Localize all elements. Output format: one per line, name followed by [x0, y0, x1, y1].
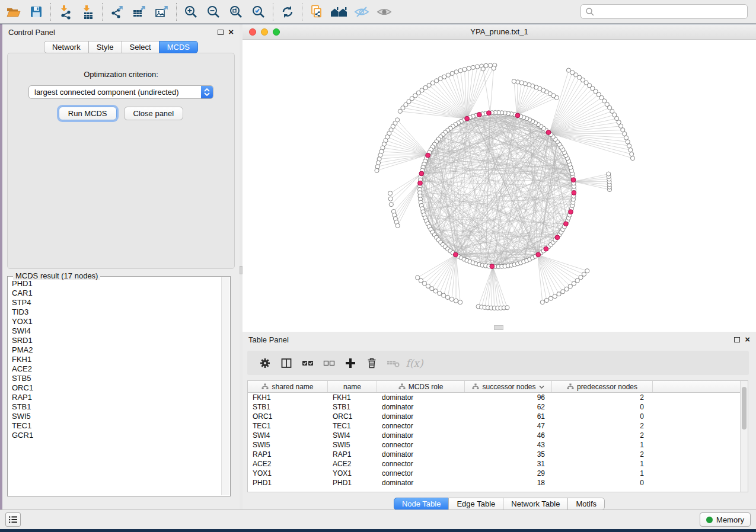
network-window-titlebar[interactable]: YPA_prune.txt_1: [243, 24, 756, 40]
cell-successor-nodes[interactable]: 62: [465, 403, 552, 411]
show-column-button[interactable]: [276, 353, 297, 373]
tab-edge-table[interactable]: Edge Table: [448, 498, 503, 510]
cell-predecessor-nodes[interactable]: 2: [552, 450, 653, 459]
table-row[interactable]: PHD1PHD1dominator180: [248, 478, 748, 488]
cell-name[interactable]: RAP1: [328, 450, 377, 459]
mcds-result-item[interactable]: TEC1: [8, 421, 221, 431]
cell-shared-name[interactable]: ACE2: [248, 460, 328, 468]
tab-network-table[interactable]: Network Table: [503, 498, 568, 510]
cell-predecessor-nodes[interactable]: 0: [552, 412, 653, 421]
delete-column-button[interactable]: [361, 353, 382, 373]
import-table-button[interactable]: [76, 2, 99, 22]
clone-network-button[interactable]: [305, 2, 328, 22]
column-header-successor-nodes[interactable]: successor nodes: [465, 381, 552, 392]
close-panel-icon[interactable]: ×: [745, 336, 750, 342]
close-panel-button[interactable]: Close panel: [124, 107, 184, 120]
cell-name[interactable]: PHD1: [328, 479, 377, 487]
column-header-name[interactable]: name: [328, 381, 377, 392]
column-header-predecessor-nodes[interactable]: predecessor nodes: [552, 381, 653, 392]
mcds-result-list[interactable]: PHD1CAR1STP4TID3YOX1SWI4SRD1PMA2FKH1ACE2…: [8, 279, 221, 495]
cell-predecessor-nodes[interactable]: 1: [552, 469, 653, 477]
cell-successor-nodes[interactable]: 43: [465, 441, 552, 449]
table-row[interactable]: FKH1FKH1dominator962: [248, 393, 748, 402]
cell-name[interactable]: YOX1: [328, 469, 377, 477]
mcds-result-item[interactable]: PHD1: [8, 279, 221, 289]
export-network-button[interactable]: [106, 2, 128, 22]
cell-MCDS-role[interactable]: dominator: [377, 393, 465, 402]
hide-selected-button[interactable]: [350, 2, 373, 22]
cell-successor-nodes[interactable]: 29: [465, 469, 552, 477]
cell-shared-name[interactable]: RAP1: [248, 450, 328, 459]
mcds-result-item[interactable]: STP4: [8, 298, 221, 307]
zoom-in-button[interactable]: [180, 2, 202, 22]
table-scrollbar[interactable]: [740, 381, 748, 492]
cell-shared-name[interactable]: TEC1: [248, 422, 328, 430]
network-canvas[interactable]: [243, 40, 756, 331]
cell-name[interactable]: SWI4: [328, 431, 377, 440]
float-panel-icon[interactable]: [218, 30, 224, 35]
cell-shared-name[interactable]: FKH1: [248, 393, 328, 402]
save-session-button[interactable]: [25, 2, 47, 22]
export-image-button[interactable]: [151, 2, 173, 22]
cell-successor-nodes[interactable]: 18: [465, 479, 552, 487]
cell-name[interactable]: ORC1: [328, 412, 377, 421]
run-mcds-button[interactable]: Run MCDS: [59, 107, 117, 120]
cell-MCDS-role[interactable]: connector: [377, 422, 465, 430]
cell-successor-nodes[interactable]: 47: [465, 422, 552, 430]
cell-successor-nodes[interactable]: 46: [465, 431, 552, 440]
tab-motifs[interactable]: Motifs: [567, 498, 605, 510]
cell-successor-nodes[interactable]: 35: [465, 450, 552, 459]
mcds-result-item[interactable]: ORC1: [8, 383, 221, 393]
cell-successor-nodes[interactable]: 96: [465, 393, 552, 402]
table-row[interactable]: ORC1ORC1dominator610: [248, 412, 748, 421]
mcds-result-item[interactable]: RAP1: [8, 393, 221, 402]
table-row[interactable]: YOX1YOX1connector291: [248, 469, 748, 478]
cell-MCDS-role[interactable]: dominator: [377, 479, 465, 487]
tab-mcds[interactable]: MCDS: [159, 41, 198, 53]
cell-MCDS-role[interactable]: dominator: [377, 412, 465, 421]
cell-name[interactable]: TEC1: [328, 422, 377, 430]
table-row[interactable]: TEC1TEC1connector472: [248, 421, 748, 431]
cell-predecessor-nodes[interactable]: 2: [552, 431, 653, 440]
cell-name[interactable]: FKH1: [328, 393, 377, 402]
column-header-shared-name[interactable]: shared name: [248, 381, 328, 392]
cell-shared-name[interactable]: PHD1: [248, 479, 328, 487]
memory-button[interactable]: Memory: [700, 512, 751, 527]
table-row[interactable]: RAP1RAP1dominator352: [248, 450, 748, 459]
first-neighbors-button[interactable]: [328, 2, 350, 22]
mcds-result-item[interactable]: SWI4: [8, 326, 221, 336]
mcds-result-item[interactable]: CAR1: [8, 289, 221, 298]
mcds-result-item[interactable]: ACE2: [8, 364, 221, 374]
zoom-fit-button[interactable]: [225, 2, 247, 22]
cell-name[interactable]: SWI5: [328, 441, 377, 449]
mcds-result-scrollbar[interactable]: [221, 277, 229, 495]
mcds-result-item[interactable]: STB1: [8, 402, 221, 412]
cell-MCDS-role[interactable]: dominator: [377, 431, 465, 440]
mcds-result-item[interactable]: YOX1: [8, 317, 221, 326]
tab-network[interactable]: Network: [44, 41, 89, 53]
select-all-button[interactable]: [297, 353, 318, 373]
cell-MCDS-role[interactable]: dominator: [377, 450, 465, 459]
add-column-button[interactable]: [340, 353, 361, 373]
table-row[interactable]: SWI5SWI5connector431: [248, 440, 748, 450]
cell-successor-nodes[interactable]: 31: [465, 460, 552, 468]
table-options-button[interactable]: [254, 353, 276, 373]
show-all-button[interactable]: [373, 2, 395, 22]
mcds-result-item[interactable]: FKH1: [8, 355, 221, 364]
search-input[interactable]: [595, 6, 747, 18]
tab-style[interactable]: Style: [88, 41, 122, 53]
tab-node-table[interactable]: Node Table: [394, 498, 449, 510]
column-header-MCDS-role[interactable]: MCDS role: [377, 381, 465, 392]
mcds-result-item[interactable]: TID3: [8, 307, 221, 317]
horizontal-splitter-handle[interactable]: [494, 325, 503, 330]
cell-predecessor-nodes[interactable]: 1: [552, 460, 653, 468]
network-graph[interactable]: [243, 40, 756, 331]
table-row[interactable]: SWI4SWI4dominator462: [248, 431, 748, 440]
cell-shared-name[interactable]: ORC1: [248, 412, 328, 421]
cell-name[interactable]: STB1: [328, 403, 377, 411]
cell-shared-name[interactable]: SWI5: [248, 441, 328, 449]
cell-successor-nodes[interactable]: 61: [465, 412, 552, 421]
deselect-all-button[interactable]: [318, 353, 340, 373]
cell-MCDS-role[interactable]: connector: [377, 469, 465, 477]
float-panel-icon[interactable]: [734, 337, 740, 342]
